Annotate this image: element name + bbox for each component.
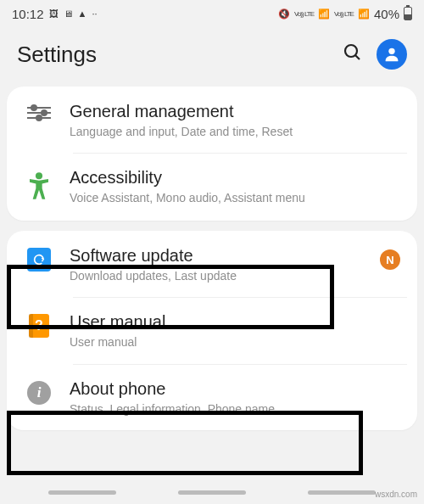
user-manual-icon: ? — [20, 312, 58, 338]
page-title: Settings — [17, 42, 343, 68]
software-update-icon — [20, 246, 58, 272]
item-subtitle: Status, Legal information, Phone name — [70, 401, 404, 417]
item-subtitle: User manual — [70, 334, 404, 350]
item-about-phone[interactable]: i About phone Status, Legal information,… — [7, 364, 417, 430]
settings-card-2: Software update Download updates, Last u… — [7, 231, 417, 430]
item-title: About phone — [70, 379, 404, 399]
settings-card-1: General management Language and input, D… — [7, 87, 417, 221]
svg-point-0 — [345, 45, 357, 57]
warning-icon: ▲ — [78, 8, 87, 19]
general-management-icon — [20, 102, 58, 122]
nav-back[interactable] — [308, 490, 376, 495]
signal-2-icon: 📶 — [358, 8, 370, 20]
battery-percent: 40% — [374, 7, 399, 21]
signal-1-icon: 📶 — [318, 8, 330, 20]
item-accessibility[interactable]: Accessibility Voice Assistant, Mono audi… — [7, 153, 417, 221]
status-bar: 10:12 🖼 🖥 ▲ ·· 🔇 Vo)) LTE 📶 Vo)) LTE 📶 4… — [0, 0, 424, 24]
item-user-manual[interactable]: ? User manual User manual — [7, 297, 417, 363]
search-icon[interactable] — [343, 42, 363, 66]
accessibility-icon — [20, 168, 58, 207]
app-header: Settings — [0, 24, 424, 83]
navigation-bar — [0, 484, 424, 504]
notification-badge: N — [380, 249, 400, 270]
svg-line-1 — [355, 55, 360, 59]
item-subtitle: Voice Assistant, Mono audio, Assistant m… — [70, 190, 404, 205]
volte-2: Vo)) LTE — [334, 10, 354, 18]
nav-recent[interactable] — [48, 490, 116, 495]
mute-icon: 🔇 — [278, 8, 290, 20]
item-title: User manual — [70, 312, 404, 332]
about-phone-icon: i — [20, 379, 58, 405]
status-time: 10:12 — [12, 7, 44, 21]
nav-home[interactable] — [178, 490, 246, 495]
svg-point-3 — [36, 172, 42, 179]
watermark: wsxdn.com — [375, 490, 417, 499]
item-title: Software update — [70, 246, 380, 266]
svg-point-2 — [388, 48, 394, 54]
item-subtitle: Language and input, Date and time, Reset — [70, 124, 404, 139]
item-general-management[interactable]: General management Language and input, D… — [7, 87, 417, 153]
item-subtitle: Download updates, Last update — [70, 268, 380, 283]
image-icon: 🖼 — [49, 8, 59, 19]
battery-icon — [404, 7, 412, 20]
volte-1: Vo)) LTE — [294, 10, 314, 18]
account-avatar[interactable] — [377, 39, 407, 70]
item-title: Accessibility — [70, 168, 404, 188]
more-icon: ·· — [92, 8, 97, 19]
display-icon: 🖥 — [64, 8, 73, 19]
item-software-update[interactable]: Software update Download updates, Last u… — [7, 231, 417, 297]
item-title: General management — [70, 102, 404, 121]
